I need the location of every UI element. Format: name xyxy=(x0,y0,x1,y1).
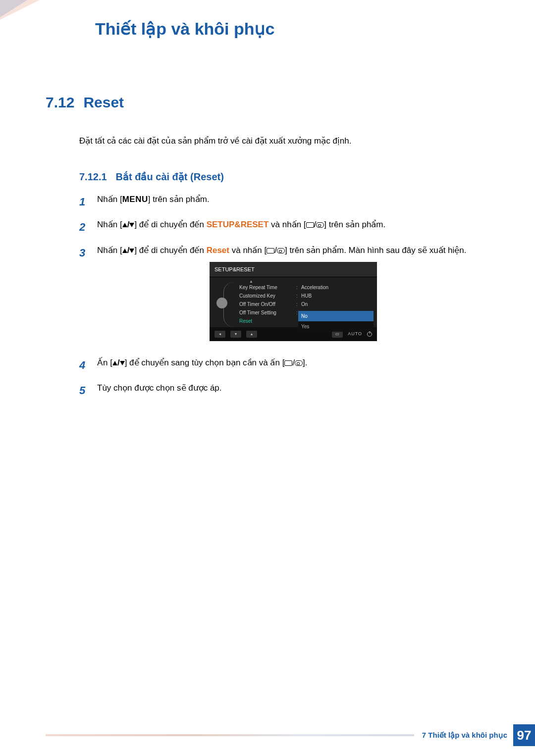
step-5: 5 Tùy chọn được chọn sẽ được áp. xyxy=(79,381,489,400)
section-intro: Đặt tất cả các cài đặt của sản phẩm trở … xyxy=(79,136,489,146)
subsection-number: 7.12.1 xyxy=(79,171,107,183)
osd-popup-option-no: No xyxy=(298,311,374,321)
osd-body: ▲ Key Repeat Time : Acceleration Customi… xyxy=(210,277,377,327)
step-3: 3 Nhấn [/] để di chuyển đến Reset và nhấ… xyxy=(79,244,489,349)
text: và nhấn [ xyxy=(268,220,306,229)
step-number: 4 xyxy=(79,356,89,374)
text: Nhấn [ xyxy=(97,246,122,255)
corner-decoration-2 xyxy=(0,0,27,17)
osd-row: Off Timer On/Off : On xyxy=(237,300,377,308)
step-number: 2 xyxy=(79,218,89,236)
content-area: 7.12 Reset Đặt tất cả các cài đặt của sả… xyxy=(46,94,489,407)
step-text: Tùy chọn được chọn sẽ được áp. xyxy=(97,381,489,400)
osd-row-label: Customized Key xyxy=(239,292,296,300)
source-enter-key-icon: / xyxy=(284,358,303,367)
footer: 7 Thiết lập và khôi phục 97 xyxy=(46,724,535,746)
gear-icon xyxy=(216,298,227,308)
osd-row-reset: Reset No Yes xyxy=(237,317,377,325)
section-title: Reset xyxy=(83,94,124,111)
section-number: 7.12 xyxy=(46,94,74,111)
osd-screenshot: SETUP&RESET ▲ Key Repeat Time : Accelera… xyxy=(210,262,377,341)
up-down-key-icon: / xyxy=(122,218,135,232)
menu-key-label: MENU xyxy=(122,193,148,207)
text: ] trên sản phẩm. xyxy=(148,195,210,204)
osd-row-label: Off Timer Setting xyxy=(239,308,296,317)
step-text: Nhấn [/] để di chuyển đến Reset và nhấn … xyxy=(97,244,489,349)
up-down-key-icon: / xyxy=(122,244,135,258)
text: ] để di chuyển đến xyxy=(134,246,206,255)
text: ] để di chuyển đến xyxy=(134,220,206,229)
text: ] trên sản phẩm. xyxy=(324,220,385,229)
osd-row: Customized Key : HUB xyxy=(237,292,377,300)
text: ] để chuyển sang tùy chọn bạn cần và ấn … xyxy=(125,358,285,367)
nav-target: Reset xyxy=(207,246,229,255)
step-text: Nhấn [MENU] trên sản phẩm. xyxy=(97,193,489,211)
step-1: 1 Nhấn [MENU] trên sản phẩm. xyxy=(79,193,489,211)
nav-target: SETUP&RESET xyxy=(207,220,269,229)
osd-colon: : xyxy=(296,300,301,308)
source-enter-key-icon: / xyxy=(267,246,285,255)
osd-reset-popup: No Yes xyxy=(298,311,374,332)
osd-source-icon: ▭ xyxy=(332,331,343,338)
step-number: 1 xyxy=(79,193,89,211)
osd-nav-up-icon: ▴ xyxy=(246,331,257,338)
step-number: 3 xyxy=(79,244,89,349)
text: ]. xyxy=(303,358,307,367)
page-title: Thiết lập và khôi phục xyxy=(95,19,274,39)
steps-list: 1 Nhấn [MENU] trên sản phẩm. 2 Nhấn [/] … xyxy=(79,193,489,400)
osd-row-value: Acceleration xyxy=(301,283,377,292)
text: Nhấn [ xyxy=(97,220,122,229)
step-2: 2 Nhấn [/] để di chuyển đến SETUP&RESET … xyxy=(79,218,489,236)
step-4: 4 Ấn [/] để chuyển sang tùy chọn bạn cần… xyxy=(79,356,489,374)
up-down-key-icon: / xyxy=(112,356,125,370)
osd-row-label: Key Repeat Time xyxy=(239,283,296,292)
source-enter-key-icon: / xyxy=(306,220,324,229)
header-icon-box xyxy=(46,14,64,33)
osd-nav-down-icon: ▾ xyxy=(230,331,241,338)
osd-row-value: HUB xyxy=(301,292,377,300)
osd-menu: ▲ Key Repeat Time : Acceleration Customi… xyxy=(234,280,377,325)
section-heading: 7.12 Reset xyxy=(46,94,489,111)
text: và nhấn [ xyxy=(229,246,267,255)
osd-row-value: On xyxy=(301,300,377,308)
osd-left-panel xyxy=(210,280,234,325)
step-text: Ấn [/] để chuyển sang tùy chọn bạn cần v… xyxy=(97,356,489,374)
text: Nhấn [ xyxy=(97,195,122,204)
text: ] trên sản phẩm. Màn hình sau đây sẽ xuấ… xyxy=(285,246,467,255)
step-number: 5 xyxy=(79,381,89,400)
page-number: 97 xyxy=(513,724,535,746)
power-icon xyxy=(367,332,372,337)
footer-gradient-bar xyxy=(46,734,414,736)
osd-row: Key Repeat Time : Acceleration xyxy=(237,283,377,292)
osd-row-label: Off Timer On/Off xyxy=(239,300,296,308)
osd-colon: : xyxy=(296,292,301,300)
osd-title: SETUP&RESET xyxy=(210,262,377,278)
osd-nav-left-icon: ◂ xyxy=(214,331,225,338)
text: Ấn [ xyxy=(97,358,112,367)
osd-popup-option-yes: Yes xyxy=(298,321,374,332)
footer-chapter-label: 7 Thiết lập và khôi phục xyxy=(414,731,513,740)
subsection-heading: 7.12.1 Bắt đầu cài đặt (Reset) xyxy=(79,171,489,183)
osd-colon: : xyxy=(296,283,301,292)
subsection-title: Bắt đầu cài đặt (Reset) xyxy=(116,171,224,183)
step-text: Nhấn [/] để di chuyển đến SETUP&RESET và… xyxy=(97,218,489,236)
osd-reset-label: Reset xyxy=(239,317,296,325)
